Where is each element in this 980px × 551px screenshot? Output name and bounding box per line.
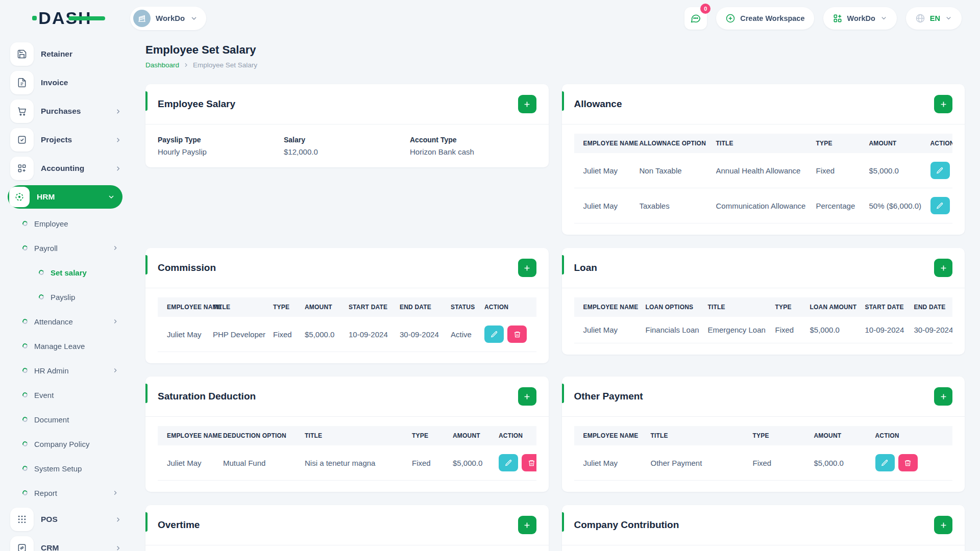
column-header: Employee Name — [574, 426, 651, 445]
sidebar-item-hr-admin[interactable]: HR Admin — [0, 358, 130, 383]
sidebar-item-company-policy[interactable]: Company Policy — [0, 432, 130, 456]
commission-table[interactable]: Employee Name Title Type Amount Start Da… — [158, 297, 536, 352]
delete-button[interactable] — [522, 454, 536, 471]
add-company-contribution-button[interactable] — [934, 516, 952, 534]
sidebar-item-employee[interactable]: Employee — [0, 211, 130, 236]
sidebar-item-event[interactable]: Event — [0, 383, 130, 407]
language-code: EN — [930, 14, 940, 22]
table-row: Juliet May Other Payment Fixed $5,000.0 — [574, 445, 953, 481]
add-other-payment-button[interactable] — [934, 387, 952, 406]
sidebar-item-crm[interactable]: CRM — [0, 534, 130, 551]
sidebar-item-payroll[interactable]: Payroll — [0, 236, 130, 260]
column-header: Status — [451, 297, 484, 317]
sidebar: Retainer Invoice Purchases Projects — [0, 36, 130, 551]
chevron-right-icon — [112, 318, 119, 325]
sidebar-item-pos[interactable]: POS — [0, 505, 130, 534]
sidebar-item-invoice[interactable]: Invoice — [0, 68, 130, 97]
sidebar-item-system-setup[interactable]: System Setup — [0, 456, 130, 481]
brand-logo[interactable]: DASH — [0, 8, 130, 28]
language-selector[interactable]: EN — [906, 7, 962, 30]
column-header: Loan Options — [646, 297, 708, 317]
column-header: Employee Name — [574, 297, 646, 317]
bullet-icon — [22, 220, 29, 227]
chevron-right-icon — [114, 544, 122, 551]
create-workspace-button[interactable]: Create Workspace — [716, 7, 814, 30]
card-accent — [145, 512, 148, 532]
column-header: Amount — [305, 297, 349, 317]
edit-employee-salary-button[interactable] — [518, 95, 536, 113]
table-header-row: Employee Name Title Type Amount Action — [574, 426, 953, 445]
trash-icon — [513, 331, 521, 338]
column-header: Title — [716, 134, 816, 153]
cart-icon — [10, 99, 34, 123]
hrm-icon — [9, 187, 30, 207]
add-saturation-deduction-button[interactable] — [518, 387, 536, 406]
table-row: Juliet May Non Taxable Annual Health All… — [574, 153, 953, 188]
column-header: Loan Amount — [810, 297, 865, 317]
bullet-icon — [22, 392, 29, 398]
edit-button[interactable] — [930, 162, 950, 179]
edit-button[interactable] — [499, 454, 518, 471]
column-header: Amount — [453, 426, 499, 445]
plus-circle-icon — [725, 13, 736, 23]
column-header: Action — [875, 426, 953, 445]
apps-menu-button[interactable]: WorkDo — [823, 7, 897, 30]
delete-button[interactable] — [898, 454, 918, 471]
chevron-down-icon — [880, 14, 888, 22]
card-title: Other Payment — [574, 391, 643, 402]
sidebar-item-label: CRM — [41, 543, 114, 551]
crm-icon — [10, 536, 34, 551]
card-accent — [145, 384, 148, 403]
card-title: Company Contribution — [574, 519, 679, 531]
table-row: Juliet May Financials Loan Emergency Loa… — [574, 317, 953, 343]
allowance-table[interactable]: Employee Name Allownace Option Title Typ… — [574, 134, 953, 223]
sidebar-item-label: Payslip — [51, 293, 119, 302]
loan-table[interactable]: Employee Name Loan Options Title Type Lo… — [574, 297, 953, 343]
column-header: Type — [273, 297, 305, 317]
add-overtime-button[interactable] — [518, 516, 536, 534]
workspace-selector[interactable]: WorkDo — [130, 7, 206, 30]
edit-button[interactable] — [930, 197, 950, 214]
sidebar-item-purchases[interactable]: Purchases — [0, 97, 130, 126]
sidebar-item-document[interactable]: Document — [0, 407, 130, 432]
pencil-icon — [881, 459, 889, 467]
sidebar-item-set-salary[interactable]: Set salary — [0, 260, 130, 285]
saturation-deduction-table[interactable]: Employee Name Deduction Option Title Typ… — [158, 426, 536, 481]
add-loan-button[interactable] — [934, 259, 952, 277]
chat-icon — [690, 13, 701, 24]
field-label: Payslip Type — [158, 136, 284, 144]
column-header: Action — [484, 297, 536, 317]
messages-count-badge: 0 — [700, 4, 710, 14]
column-header: Action — [499, 426, 536, 445]
edit-button[interactable] — [875, 454, 895, 471]
chevron-down-icon — [945, 14, 952, 22]
sidebar-item-projects[interactable]: Projects — [0, 126, 130, 154]
sidebar-item-payslip[interactable]: Payslip — [0, 285, 130, 309]
sidebar-item-label: Set salary — [51, 268, 119, 277]
sidebar-item-accounting[interactable]: Accounting — [0, 154, 130, 183]
sidebar-item-label: Report — [34, 489, 112, 497]
company-contribution-card: Company Contribution — [562, 505, 965, 551]
bullet-icon — [22, 343, 29, 349]
sidebar-item-report[interactable]: Report — [0, 481, 130, 505]
table-header-row: Employee Name Title Type Amount Start Da… — [158, 297, 536, 317]
card-accent — [145, 91, 148, 111]
chevron-right-icon — [114, 136, 122, 144]
add-commission-button[interactable] — [518, 259, 536, 277]
pencil-icon — [936, 167, 944, 174]
breadcrumb-dashboard-link[interactable]: Dashboard — [145, 61, 179, 69]
chevron-right-icon — [183, 62, 189, 68]
delete-button[interactable] — [507, 325, 527, 343]
add-allowance-button[interactable] — [934, 95, 952, 113]
sidebar-item-retainer[interactable]: Retainer — [0, 40, 130, 68]
other-payment-table[interactable]: Employee Name Title Type Amount Action J… — [574, 426, 953, 481]
sidebar-item-hrm[interactable]: HRM — [8, 185, 122, 209]
sidebar-item-attendance[interactable]: Attendance — [0, 309, 130, 334]
column-header: Type — [775, 297, 810, 317]
apps-grid-icon — [832, 13, 843, 23]
column-header: End Date — [400, 297, 451, 317]
sidebar-item-manage-leave[interactable]: Manage Leave — [0, 334, 130, 358]
column-header: Allownace Option — [640, 134, 716, 153]
messages-button[interactable]: 0 — [684, 7, 707, 30]
edit-button[interactable] — [484, 325, 504, 343]
